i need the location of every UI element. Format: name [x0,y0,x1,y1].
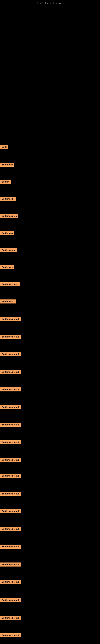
bottleneck-item[interactable]: Bottleneck [0,162,14,167]
bottleneck-badge: Bottleneck result [0,317,21,321]
bottleneck-badge: Bottleneck result [0,335,21,339]
bottleneck-badge: Bottl [0,145,8,149]
bottleneck-badge: Bottlen [0,180,11,184]
bottleneck-item[interactable]: Bottleneck resu [0,282,20,286]
bottleneck-badge: Bottleneck r [0,197,16,201]
bottleneck-badge: Bottleneck result [0,616,21,620]
bottleneck-item[interactable]: Bottleneck result [0,562,21,566]
bottleneck-item[interactable]: Bottleneck result [0,440,21,444]
bottleneck-badge: Bottleneck resu [0,282,20,286]
bottleneck-item[interactable]: Bottleneck result [0,352,21,356]
bottleneck-item[interactable]: Bottleneck result [0,474,21,478]
bottleneck-item[interactable]: Bottleneck result [0,509,21,513]
bottleneck-item[interactable]: Bottleneck result [0,598,21,602]
cursor-line-2 [1,133,2,138]
bottleneck-badge: Bottleneck result [0,492,21,496]
bottleneck-item[interactable]: Bottleneck result [0,422,21,427]
bottleneck-item[interactable]: Bottleneck [0,231,14,235]
bottleneck-item[interactable]: Bottleneck result [0,544,21,548]
bottleneck-item[interactable]: Bottleneck r [0,197,16,201]
bottleneck-badge: Bottleneck result [0,598,21,602]
bottleneck-badge: Bottleneck result [0,544,21,548]
bottleneck-item[interactable]: Bottleneck result [0,317,21,321]
bottleneck-item[interactable]: Bottleneck result [0,370,21,374]
bottleneck-badge: Bottleneck result [0,352,21,356]
bottleneck-badge: Bottleneck [0,162,14,167]
bottleneck-item[interactable]: Bottleneck result [0,388,21,392]
bottleneck-badge: Bottleneck result [0,440,21,444]
bottleneck-badge: Bottleneck res [0,214,18,218]
bottleneck-item[interactable]: Bottl [0,145,8,149]
bottleneck-badge: Bottleneck result [0,509,21,513]
bottleneck-badge: Bottleneck [0,231,14,235]
bottleneck-badge: Bottleneck result [0,405,21,409]
bottleneck-item[interactable]: Bottlen [0,180,11,184]
bottleneck-badge: Bottleneck result [0,527,21,531]
bottleneck-badge: Bottleneck result [0,388,21,392]
bottleneck-badge: Bottleneck [0,265,14,269]
bottleneck-badge: Bottleneck result [0,580,21,584]
bottleneck-badge: Bottleneck r [0,300,16,304]
bottleneck-badge: Bottleneck result [0,474,21,478]
bottleneck-badge: Bottleneck result [0,370,21,374]
bottleneck-item[interactable]: Bottleneck result [0,527,21,531]
bottleneck-item[interactable]: Bottleneck result [0,633,21,637]
bottleneck-badge: Bottleneck result [0,458,21,462]
bottleneck-item[interactable]: Bottleneck re [0,248,17,252]
bottleneck-item[interactable]: Bottleneck res [0,214,18,218]
bottleneck-item[interactable]: Bottleneck r [0,300,16,304]
bottleneck-item[interactable]: Bottleneck result [0,492,21,496]
bottleneck-badge: Bottleneck result [0,633,21,637]
cursor-line-1 [1,113,2,118]
bottleneck-badge: Bottleneck result [0,562,21,566]
bottleneck-item[interactable]: Bottleneck result [0,580,21,584]
bottleneck-badge: Bottleneck re [0,248,17,252]
bottleneck-item[interactable]: Bottleneck result [0,405,21,409]
bottleneck-item[interactable]: Bottleneck result [0,616,21,620]
bottleneck-badge: Bottleneck result [0,422,21,427]
bottleneck-item[interactable]: Bottleneck result [0,458,21,462]
site-title: TheBottlenecker.com [37,2,63,5]
bottleneck-item[interactable]: Bottleneck result [0,335,21,339]
bottleneck-item[interactable]: Bottleneck [0,265,14,269]
